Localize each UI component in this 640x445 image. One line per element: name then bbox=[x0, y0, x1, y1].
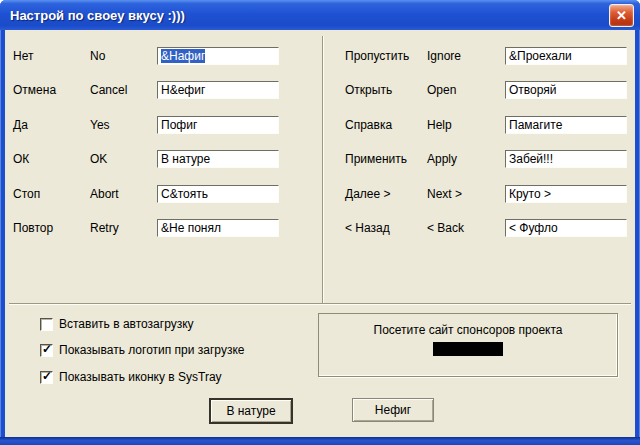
checkbox-label: Показывать логотип при загрузке bbox=[59, 343, 244, 357]
field-row: Справка Help Памагите bbox=[5, 116, 635, 134]
dialog-body: Нет No &Нафиг Отмена Cancel Н&ефиг Да Ye… bbox=[5, 30, 635, 437]
title-bar: Настрой по своеу вкусу :))) ✕ bbox=[0, 0, 640, 30]
input-help[interactable]: Памагите bbox=[505, 116, 627, 134]
input-open[interactable]: Отворяй bbox=[505, 81, 627, 99]
input-value: Забей!!! bbox=[509, 152, 553, 166]
divider-horizontal bbox=[9, 303, 631, 305]
sponsor-text: Посетите сайт спонсоров проекта bbox=[319, 323, 617, 337]
checkbox[interactable] bbox=[40, 318, 53, 331]
checkbox-row-systray[interactable]: Показывать иконку в SysTray bbox=[40, 370, 222, 384]
checkbox[interactable] bbox=[40, 344, 53, 357]
checkbox-row-autostart[interactable]: Вставить в автозагрузку bbox=[40, 317, 194, 331]
field-label-ru: Далее > bbox=[345, 185, 391, 203]
input-value: Отворяй bbox=[509, 83, 556, 97]
input-value: Памагите bbox=[509, 118, 562, 132]
checkbox[interactable] bbox=[40, 371, 53, 384]
field-label-en: Apply bbox=[427, 150, 457, 168]
field-label-ru: Открыть bbox=[345, 81, 392, 99]
field-row: Пропустить Ignore &Проехали bbox=[5, 47, 635, 65]
input-value: Круто > bbox=[509, 187, 551, 201]
field-label-en: < Back bbox=[427, 219, 464, 237]
field-label-en: Open bbox=[427, 81, 456, 99]
close-button[interactable]: ✕ bbox=[609, 4, 634, 27]
field-label-ru: < Назад bbox=[345, 219, 390, 237]
field-label-en: Next > bbox=[427, 185, 462, 203]
input-ignore[interactable]: &Проехали bbox=[505, 47, 627, 65]
input-value: < Фуфло bbox=[509, 221, 558, 235]
field-row: Применить Apply Забей!!! bbox=[5, 150, 635, 168]
ok-button[interactable]: В натуре bbox=[209, 398, 293, 424]
divider-vertical bbox=[322, 36, 324, 303]
field-row: < Назад < Back < Фуфло bbox=[5, 219, 635, 237]
checkbox-label: Показывать иконку в SysTray bbox=[59, 370, 222, 384]
close-icon: ✕ bbox=[616, 8, 627, 23]
field-label-ru: Пропустить bbox=[345, 47, 409, 65]
cancel-button[interactable]: Нефиг bbox=[352, 398, 434, 422]
window-title: Настрой по своеу вкусу :))) bbox=[10, 8, 609, 23]
checkbox-row-show-logo[interactable]: Показывать логотип при загрузке bbox=[40, 343, 244, 357]
input-apply[interactable]: Забей!!! bbox=[505, 150, 627, 168]
sponsor-box: Посетите сайт спонсоров проекта bbox=[318, 313, 618, 377]
field-label-en: Ignore bbox=[427, 47, 461, 65]
field-row: Открыть Open Отворяй bbox=[5, 81, 635, 99]
dialog-window: Настрой по своеу вкусу :))) ✕ Нет No &На… bbox=[0, 0, 640, 445]
input-back[interactable]: < Фуфло bbox=[505, 219, 627, 237]
redacted-link[interactable] bbox=[433, 342, 503, 356]
input-value: &Проехали bbox=[509, 49, 572, 63]
field-label-en: Help bbox=[427, 116, 452, 134]
input-next[interactable]: Круто > bbox=[505, 185, 627, 203]
field-row: Далее > Next > Круто > bbox=[5, 185, 635, 203]
field-label-ru: Применить bbox=[345, 150, 407, 168]
field-label-ru: Справка bbox=[345, 116, 392, 134]
checkbox-label: Вставить в автозагрузку bbox=[59, 317, 194, 331]
